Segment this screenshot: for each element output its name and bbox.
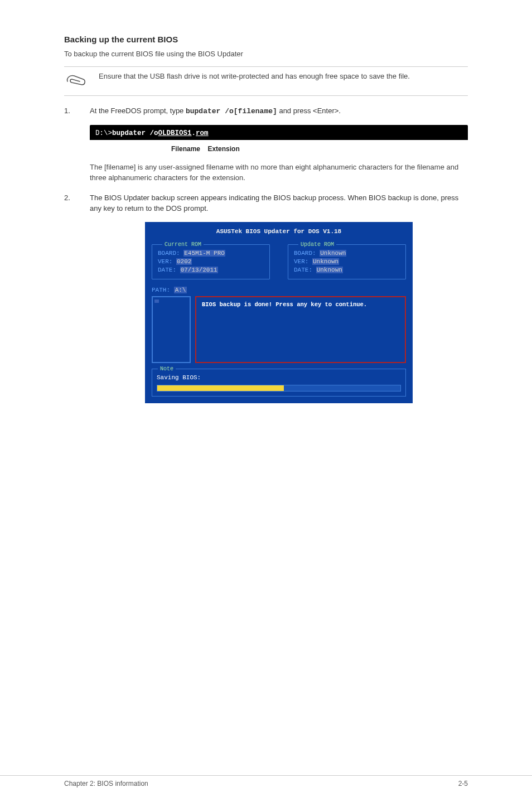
current-rom-box: Current ROM BOARD: E45M1-M PRO VER: 0202… bbox=[152, 244, 270, 279]
inline-command: bupdater /o[filename] bbox=[186, 107, 277, 115]
note-text: Ensure that the USB flash drive is not w… bbox=[99, 71, 468, 82]
backup-done-message: BIOS backup is done! Press any key to co… bbox=[202, 301, 367, 309]
step-number: 2. bbox=[64, 193, 74, 403]
note-panel: Note Saving BIOS: bbox=[152, 369, 406, 397]
message-panel: BIOS backup is done! Press any key to co… bbox=[195, 296, 406, 363]
note-callout: Ensure that the USB flash drive is not w… bbox=[64, 66, 468, 96]
step-1-text: At the FreeDOS prompt, type bupdater /o[… bbox=[90, 106, 468, 117]
file-list-panel bbox=[152, 296, 191, 363]
path-line: PATH: A:\ bbox=[152, 286, 406, 295]
update-rom-box: Update ROM BOARD: Unknown VER: Unknown D… bbox=[288, 244, 406, 279]
progress-fill bbox=[157, 385, 284, 391]
filename-note: The [filename] is any user-assigned file… bbox=[90, 162, 468, 183]
step-number: 1. bbox=[64, 106, 74, 183]
step-2-text: The BIOS Updater backup screen appears i… bbox=[90, 193, 468, 214]
paperclip-icon bbox=[64, 73, 89, 91]
command-labels: Filename Extension bbox=[90, 144, 468, 154]
command-block: D:\>bupdater /oOLDBIOS1.rom Filename Ext… bbox=[90, 125, 468, 154]
bios-title: ASUSTek BIOS Updater for DOS V1.18 bbox=[152, 228, 406, 236]
bios-updater-screen: ASUSTek BIOS Updater for DOS V1.18 Curre… bbox=[145, 222, 413, 403]
step-2: 2. The BIOS Updater backup screen appear… bbox=[64, 193, 468, 403]
progress-bar bbox=[157, 385, 401, 392]
step-1: 1. At the FreeDOS prompt, type bupdater … bbox=[64, 106, 468, 183]
saving-label: Saving BIOS: bbox=[157, 374, 401, 383]
intro-text: To backup the current BIOS file using th… bbox=[64, 49, 468, 60]
section-heading: Backing up the current BIOS bbox=[64, 33, 468, 46]
terminal-line: D:\>bupdater /oOLDBIOS1.rom bbox=[90, 125, 468, 140]
